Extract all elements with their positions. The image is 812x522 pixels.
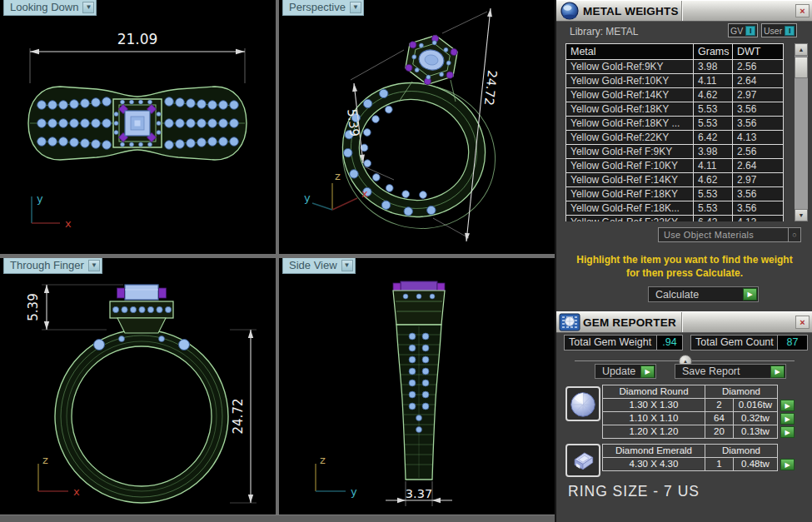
gem-row-select-arrow-button[interactable]: ▶: [780, 413, 795, 425]
metal-table-row[interactable]: Yellow Gold-Ref F:9KY 3.98 2.56: [566, 145, 783, 158]
metal-table-row[interactable]: Yellow Gold-Ref:18KY ... 5.53 3.56: [566, 117, 783, 130]
cell-grams[interactable]: 4.11: [694, 159, 732, 172]
cell-grams[interactable]: 6.42: [694, 131, 732, 144]
metal-table-row[interactable]: Yellow Gold-Ref F:18KY 5.53 3.56: [566, 187, 783, 201]
viewport-looking-down[interactable]: 21.09: [0, 0, 276, 254]
cell-dwt[interactable]: 2.56: [733, 145, 783, 158]
user-toggle[interactable]: User I: [761, 23, 797, 37]
axis-gizmo: z y: [316, 454, 357, 498]
cell-metal[interactable]: Yellow Gold-Ref F:10KY: [566, 159, 693, 172]
cell-metal[interactable]: Yellow Gold-Ref F:14KY: [566, 173, 693, 186]
metal-weights-titlebar[interactable]: METAL WEIGHTS ×: [556, 0, 812, 22]
viewport-canvas-perspective[interactable]: 5.39 24.72 z y x: [279, 0, 555, 254]
metal-table-row[interactable]: Yellow Gold-Ref F:18K... 5.53 3.56: [566, 201, 783, 215]
cell-metal[interactable]: Yellow Gold-Ref F:9KY: [566, 145, 693, 158]
viewport-tab-through-finger[interactable]: Through Finger ▼: [3, 258, 102, 274]
cell-dwt[interactable]: 3.56: [733, 102, 783, 116]
cell-grams[interactable]: 5.53: [694, 201, 732, 215]
viewport-canvas-side-view[interactable]: 3.37 z y: [279, 258, 555, 515]
viewport-canvas-looking-down[interactable]: 21.09: [0, 0, 276, 254]
save-report-run-arrow-button[interactable]: ▶: [770, 365, 785, 378]
chevron-down-icon[interactable]: ▼: [82, 2, 94, 13]
cell-metal[interactable]: Yellow Gold-Ref:14KY: [566, 88, 693, 102]
metal-table-row[interactable]: Yellow Gold-Ref:14KY 4.62 2.97: [566, 88, 783, 102]
metal-table-row[interactable]: Yellow Gold-Ref:22KY 6.42 4.13: [566, 131, 783, 144]
cell-grams[interactable]: 5.53: [694, 102, 732, 116]
user-toggle-state[interactable]: I: [785, 26, 795, 36]
metal-table-row[interactable]: Yellow Gold-Ref:10KY 4.11 2.64: [566, 74, 783, 87]
close-icon[interactable]: ×: [795, 316, 810, 329]
cell-dwt[interactable]: 3.56: [733, 117, 783, 130]
metal-table-row[interactable]: Yellow Gold-Ref:18KY 5.53 3.56: [566, 102, 783, 116]
cell-grams[interactable]: 4.62: [694, 88, 732, 102]
cell-metal[interactable]: Yellow Gold-Ref:18KY ...: [566, 117, 693, 130]
cell-grams[interactable]: 4.62: [694, 173, 732, 186]
gem-type: Diamond: [705, 445, 777, 457]
metal-table-row[interactable]: Yellow Gold-Ref F:10KY 4.11 2.64: [566, 159, 783, 172]
save-report-button[interactable]: Save Report ▶: [675, 364, 786, 379]
cell-metal[interactable]: Yellow Gold-Ref:9KY: [566, 60, 693, 73]
cell-dwt[interactable]: 3.56: [733, 187, 783, 201]
gv-toggle[interactable]: GV I: [728, 23, 758, 37]
scroll-down-icon[interactable]: ▼: [795, 209, 808, 221]
scrollbar-thumb[interactable]: [795, 57, 808, 78]
cell-metal[interactable]: Yellow Gold-Ref:18KY: [566, 102, 693, 116]
cell-metal[interactable]: Yellow Gold-Ref:22KY: [566, 131, 693, 144]
chevron-down-icon[interactable]: ▼: [88, 260, 100, 271]
gem-size: 1.30 X 1.30: [603, 399, 705, 411]
cell-grams[interactable]: 5.53: [694, 187, 732, 201]
cell-metal[interactable]: Yellow Gold-Ref F:18K...: [566, 201, 693, 215]
play-icon: ▶: [645, 368, 650, 375]
cell-grams[interactable]: 3.98: [694, 60, 732, 73]
metal-table-row[interactable]: Yellow Gold-Ref:9KY 3.98 2.56: [566, 60, 783, 73]
cell-metal[interactable]: Yellow Gold-Ref F:22KY: [566, 216, 693, 221]
viewport-tab-side-view[interactable]: Side View ▼: [282, 258, 356, 274]
cell-dwt[interactable]: 2.97: [733, 88, 783, 102]
gem-reporter-titlebar[interactable]: GEM REPORTER ×: [556, 311, 812, 333]
gem-row-select-arrow-button[interactable]: ▶: [780, 400, 795, 411]
cell-dwt[interactable]: 2.56: [733, 60, 783, 73]
bottom-strip: [0, 515, 555, 522]
round-gem-icon[interactable]: [565, 386, 600, 421]
viewport-tab-looking-down[interactable]: Looking Down ▼: [3, 0, 97, 16]
cell-grams[interactable]: 6.42: [694, 216, 732, 221]
cell-grams[interactable]: 4.11: [694, 74, 732, 87]
close-icon[interactable]: ×: [795, 4, 810, 17]
metal-table-row[interactable]: Yellow Gold-Ref F:14KY 4.62 2.97: [566, 173, 783, 186]
gem-row-select-arrow-button[interactable]: ▶: [780, 459, 795, 470]
titlebar-separator: [681, 1, 682, 21]
chevron-down-icon[interactable]: ▼: [341, 260, 353, 271]
metal-table-row[interactable]: Yellow Gold-Ref F:22KY 6.42 4.13: [566, 216, 783, 221]
cell-metal[interactable]: Yellow Gold-Ref:10KY: [566, 74, 693, 87]
cell-dwt[interactable]: 4.13: [733, 131, 783, 144]
cell-dwt[interactable]: 2.97: [733, 173, 783, 186]
viewport-perspective[interactable]: 5.39 24.72 z y x Perspective ▼: [279, 0, 555, 254]
gem-row-select-arrow-button[interactable]: ▶: [780, 426, 795, 438]
cell-grams[interactable]: 5.53: [694, 117, 732, 130]
update-button-label: Update: [595, 365, 635, 377]
cell-metal[interactable]: Yellow Gold-Ref F:18KY: [566, 187, 693, 201]
use-object-materials-button[interactable]: Use Object Materials ○: [658, 227, 801, 242]
viewport-side-view[interactable]: 3.37 z y Side View ▼: [279, 258, 555, 515]
viewport-canvas-through-finger[interactable]: 5.39 24.72 z x: [0, 258, 276, 515]
axis-y-label: y: [37, 192, 43, 205]
calculate-run-arrow-button[interactable]: ▶: [743, 288, 757, 301]
cell-dwt[interactable]: 4.13: [733, 216, 783, 221]
update-button[interactable]: Update ▶: [595, 364, 656, 379]
viewport-tab-perspective[interactable]: Perspective ▼: [282, 0, 364, 16]
column-header-dwt: DWT: [733, 44, 783, 59]
update-run-arrow-button[interactable]: ▶: [640, 365, 655, 378]
cell-grams[interactable]: 3.98: [694, 145, 732, 158]
cell-dwt[interactable]: 2.64: [733, 159, 783, 172]
emerald-gem-icon[interactable]: [565, 444, 600, 477]
cell-dwt[interactable]: 2.64: [733, 74, 783, 87]
scroll-up-icon[interactable]: ▲: [795, 43, 808, 56]
radio-icon[interactable]: ○: [788, 228, 800, 241]
play-icon: ▶: [747, 291, 752, 298]
gv-toggle-state[interactable]: I: [745, 26, 755, 36]
chevron-down-icon[interactable]: ▼: [350, 2, 361, 13]
metal-table-scrollbar[interactable]: ▲ ▼: [795, 43, 808, 221]
cell-dwt[interactable]: 3.56: [733, 201, 783, 215]
calculate-button[interactable]: Calculate ▶: [648, 286, 759, 302]
viewport-through-finger[interactable]: 5.39 24.72 z x Through Finger ▼: [0, 258, 276, 515]
